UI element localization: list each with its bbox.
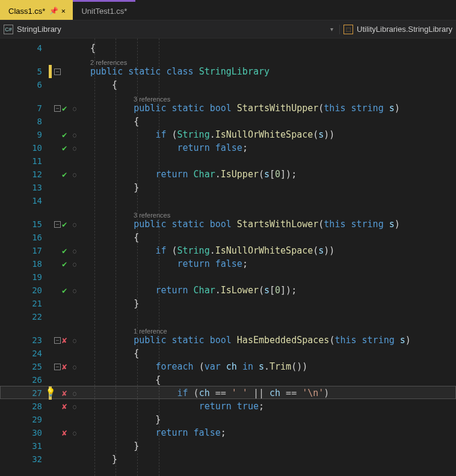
margin-row — [54, 453, 61, 466]
tab-label: UnitTest1.cs* — [78, 7, 131, 16]
margin-row: ✔◌ — [54, 141, 76, 154]
code-line[interactable]: 3 references public static bool StartsWi… — [90, 218, 400, 231]
code-line[interactable]: if (String.IsNullOrWhiteSpace(s)) — [90, 128, 334, 141]
test-fail-icon[interactable]: ✘ — [62, 428, 72, 438]
margin-row — [54, 41, 61, 55]
test-pass-icon[interactable]: ✔ — [62, 285, 72, 295]
margin-row: ✔◌ — [54, 128, 76, 141]
line-number: 11 — [0, 154, 54, 168]
codelens-references[interactable]: 3 references — [134, 93, 170, 106]
line-number: 19 — [0, 270, 54, 284]
codelens-references[interactable]: 3 references — [134, 209, 170, 222]
code-line[interactable]: 2 referencespublic static class StringLi… — [90, 65, 270, 78]
line-number: 15 — [0, 218, 54, 231]
nav-type-dropdown[interactable]: ⬚ UtilityLibraries.StringLibrary — [340, 25, 456, 34]
margin-row — [54, 154, 61, 168]
line-number: 17 — [0, 244, 54, 257]
line-number: 6 — [0, 78, 54, 91]
code-line[interactable]: return false; — [90, 141, 248, 154]
nav-scope-dropdown[interactable]: C# StringLibrary ▾ — [0, 25, 340, 34]
margin-row: ✘◌ — [54, 400, 76, 413]
codelens-references[interactable]: 2 references — [90, 56, 127, 69]
code-line[interactable]: if (ch == ' ' || ch == '\n') — [90, 386, 329, 400]
code-line[interactable]: } — [90, 439, 139, 453]
csharp-icon: C# — [4, 25, 13, 34]
code-line[interactable]: return Char.IsUpper(s[0]); — [90, 168, 297, 181]
line-number: 21 — [0, 297, 54, 310]
fold-toggle[interactable]: − — [54, 221, 61, 228]
line-number: 14 — [0, 194, 54, 207]
chevron-down-icon: ▾ — [330, 26, 333, 32]
code-line[interactable]: } — [90, 297, 139, 310]
nav-scope-label: StringLibrary — [17, 25, 61, 34]
pin-icon[interactable]: 📌 — [49, 7, 58, 15]
tab-class1[interactable]: Class1.cs* 📌 ✕ — [0, 0, 73, 20]
margin-row — [54, 78, 61, 91]
fold-toggle[interactable]: − — [54, 105, 61, 112]
test-pass-icon[interactable]: ✔ — [62, 130, 72, 139]
line-number: 24 — [0, 347, 54, 360]
test-pass-icon[interactable]: ✔ — [62, 143, 72, 153]
line-number: 20 — [0, 284, 54, 297]
test-pass-icon[interactable]: ✔ — [62, 219, 72, 229]
close-icon[interactable]: ✕ — [58, 7, 68, 15]
code-line[interactable]: if (String.IsNullOrWhiteSpace(s)) — [90, 244, 334, 257]
code-line[interactable]: { — [90, 347, 139, 360]
code-line[interactable]: return false; — [90, 426, 226, 439]
test-fail-icon[interactable]: ✘ — [62, 335, 72, 345]
margin-row: −✘◌ — [54, 334, 76, 347]
code-line[interactable]: foreach (var ch in s.Trim()) — [90, 360, 307, 373]
code-line[interactable]: { — [90, 78, 117, 91]
line-number: 28 — [0, 400, 54, 413]
margin-row: −✔◌ — [54, 218, 76, 231]
fold-toggle[interactable]: − — [54, 69, 61, 75]
tab-label: Class1.cs* — [5, 7, 49, 16]
line-number: 13 — [0, 181, 54, 194]
code-line[interactable]: } — [90, 181, 139, 194]
line-number: 26 — [0, 373, 54, 386]
test-fail-icon[interactable]: ✘ — [62, 388, 72, 398]
margin-row — [54, 181, 61, 194]
test-fail-icon[interactable]: ✘ — [62, 362, 72, 371]
code-line[interactable]: { — [90, 115, 139, 128]
change-indicator — [49, 65, 52, 78]
line-number: 7 — [0, 102, 54, 115]
margin-row — [54, 297, 61, 310]
code-line[interactable]: { — [90, 373, 161, 386]
code-line[interactable]: } — [90, 413, 161, 426]
lightbulb-icon[interactable]: 💡 — [46, 388, 55, 397]
line-number: 8 — [0, 115, 54, 128]
code-line[interactable]: return true; — [90, 400, 264, 413]
line-number: 23 — [0, 334, 54, 347]
test-pass-icon[interactable]: ✔ — [62, 169, 72, 179]
margin-row — [54, 310, 61, 323]
code-line[interactable]: { — [90, 41, 96, 55]
line-number: 18 — [0, 257, 54, 270]
test-pass-icon[interactable]: ✔ — [62, 259, 72, 269]
code-line[interactable]: { — [90, 231, 139, 244]
margin-row: ✔◌ — [54, 284, 76, 297]
margin-row: ✔◌ — [54, 244, 76, 257]
code-line[interactable]: return false; — [90, 257, 248, 270]
test-pass-icon[interactable]: ✔ — [62, 103, 72, 113]
code-line[interactable]: } — [90, 453, 117, 466]
margin-row: ✔◌ — [54, 257, 76, 270]
code-line[interactable]: 1 reference public static bool HasEmbedd… — [90, 334, 411, 347]
line-number: 5 — [0, 65, 54, 78]
margin-row: − — [54, 65, 61, 78]
test-fail-icon[interactable]: ✘ — [62, 401, 72, 411]
line-number: 22 — [0, 310, 54, 323]
code-line[interactable]: 3 references public static bool StartsWi… — [90, 102, 400, 115]
navigation-bar: C# StringLibrary ▾ ⬚ UtilityLibraries.St… — [0, 20, 456, 38]
code-editor[interactable]: 4567891011121314151617181920212223242526… — [0, 38, 456, 476]
margin-row — [54, 115, 61, 128]
line-number: 10 — [0, 141, 54, 154]
code-line[interactable]: return Char.IsLower(s[0]); — [90, 284, 297, 297]
margin-row — [54, 194, 61, 207]
test-pass-icon[interactable]: ✔ — [62, 246, 72, 255]
fold-toggle[interactable]: − — [54, 337, 61, 344]
tab-bar: Class1.cs* 📌 ✕ UnitTest1.cs* — [0, 0, 456, 20]
tab-unittest1[interactable]: UnitTest1.cs* — [73, 0, 135, 20]
fold-toggle[interactable]: − — [54, 364, 61, 370]
codelens-references[interactable]: 1 reference — [134, 325, 167, 338]
